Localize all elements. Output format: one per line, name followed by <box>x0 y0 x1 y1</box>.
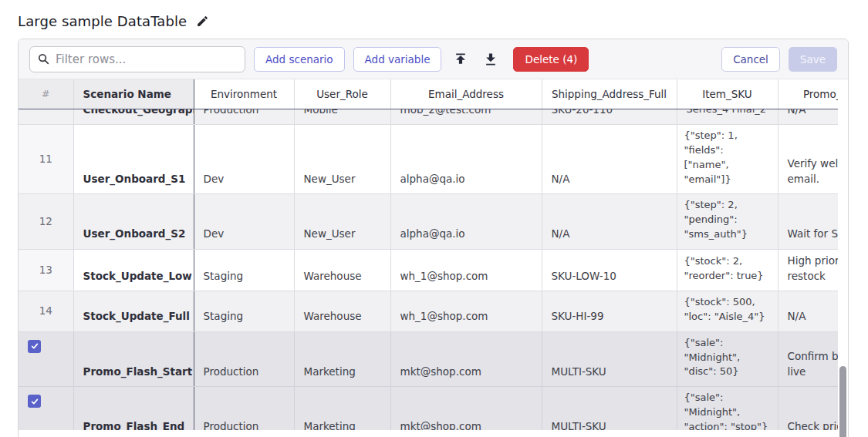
cell-email[interactable]: mkt@shop.com <box>390 331 542 387</box>
cancel-button[interactable]: Cancel <box>721 47 780 72</box>
cell-email[interactable]: wh_1@shop.com <box>390 249 542 291</box>
column-header-item-sku: Item_SKU <box>677 79 778 109</box>
add-scenario-button[interactable]: Add scenario <box>254 47 345 72</box>
table-row-selected: Promo_Flash_Start Production Marketing m… <box>19 331 839 387</box>
cell-environment[interactable]: Dev <box>194 125 294 194</box>
cell-environment[interactable]: Staging <box>194 249 294 291</box>
cell-index[interactable]: 13 <box>19 249 73 291</box>
cell-user-role[interactable]: Marketing <box>294 387 390 430</box>
cell-item-sku[interactable]: {"step": 1, "fields": ["name", "email"]} <box>677 125 778 194</box>
cell-email[interactable]: mob_2@test.com <box>390 109 542 125</box>
scenario-table: # Scenario Name Environment User_Role Em… <box>19 79 839 430</box>
table-row-clipped: Checkout_Geography Production Mobile mob… <box>19 109 839 125</box>
cell-user-role[interactable]: Mobile <box>294 109 390 125</box>
cell-shipping[interactable]: SKU-20-110 <box>542 109 677 125</box>
table-row: 14 Stock_Update_Full Staging Warehouse w… <box>19 291 839 332</box>
cell-user-role[interactable]: Marketing <box>294 331 390 387</box>
add-variable-button[interactable]: Add variable <box>353 47 442 72</box>
cell-user-role[interactable]: New_User <box>294 125 390 194</box>
cell-scenario-name[interactable]: User_Onboard_S2 <box>73 194 194 250</box>
row-checkbox-checked[interactable] <box>28 340 41 353</box>
page-title: Large sample DataTable <box>18 13 187 29</box>
cell-email[interactable]: wh_1@shop.com <box>390 291 542 332</box>
cell-shipping[interactable]: N/A <box>542 194 677 250</box>
cell-item-sku[interactable]: {"stock": 2, "reorder": true} <box>677 249 778 291</box>
cell-user-role[interactable]: Warehouse <box>294 249 390 291</box>
upload-icon <box>453 52 468 67</box>
cell-item-sku[interactable]: {"stock": 500, "loc": "Aisle_4"} <box>677 291 778 332</box>
cell-promo[interactable]: Confirm banner live <box>778 331 839 387</box>
table-row: 11 User_Onboard_S1 Dev New_User alpha@qa… <box>19 125 839 194</box>
cell-shipping[interactable]: MULTI-SKU <box>542 387 677 430</box>
cell-promo[interactable]: Check price revert <box>778 387 839 430</box>
table-row: 13 Stock_Update_Low Staging Warehouse wh… <box>19 249 839 291</box>
cell-shipping[interactable]: SKU-HI-99 <box>542 291 677 332</box>
table-viewport: # Scenario Name Environment User_Role Em… <box>19 79 839 430</box>
cell-email[interactable]: alpha@qa.io <box>390 125 542 194</box>
filter-rows-input[interactable] <box>29 46 245 72</box>
toolbar: Add scenario Add variable Delete (4) Can… <box>19 39 848 79</box>
cell-select[interactable] <box>19 331 73 387</box>
cell-item-sku[interactable]: {"sale": "Midnight", "disc": 50} <box>677 331 778 387</box>
cell-user-role[interactable]: Warehouse <box>294 291 390 332</box>
cell-promo[interactable]: Wait for SMS code <box>778 194 839 250</box>
cell-scenario-name[interactable]: User_Onboard_S1 <box>73 125 194 194</box>
cell-promo[interactable]: High priority restock <box>778 249 839 291</box>
delete-selected-button[interactable]: Delete (4) <box>513 47 589 72</box>
cell-scenario-name[interactable]: Stock_Update_Low <box>73 249 194 291</box>
cell-select[interactable] <box>19 387 73 430</box>
cell-shipping[interactable]: MULTI-SKU <box>542 331 677 387</box>
column-header-scenario-name: Scenario Name <box>73 79 194 109</box>
cell-shipping[interactable]: N/A <box>542 125 677 194</box>
cell-scenario-name[interactable]: Promo_Flash_End <box>73 387 194 430</box>
cell-shipping[interactable]: SKU-LOW-10 <box>542 249 677 291</box>
cell-index[interactable] <box>19 109 73 125</box>
cell-scenario-name[interactable]: Stock_Update_Full <box>73 291 194 332</box>
cell-scenario-name[interactable]: Checkout_Geography <box>73 109 194 125</box>
filter-field-wrap <box>29 46 245 72</box>
column-header-user-role: User_Role <box>294 79 390 109</box>
cell-environment[interactable]: Production <box>194 387 294 430</box>
cell-email[interactable]: alpha@qa.io <box>390 194 542 250</box>
column-header-email: Email_Address <box>390 79 542 109</box>
table-row: 12 User_Onboard_S2 Dev New_User alpha@qa… <box>19 194 839 250</box>
cell-environment[interactable]: Production <box>194 331 294 387</box>
cell-item-sku[interactable]: {"step": 2, "pending": "sms_auth"} <box>677 194 778 250</box>
cell-environment[interactable]: Dev <box>194 194 294 250</box>
cell-user-role[interactable]: New_User <box>294 194 390 250</box>
cell-environment[interactable]: Staging <box>194 291 294 332</box>
cell-email[interactable]: mkt@shop.com <box>390 387 542 430</box>
vertical-scrollbar[interactable] <box>838 79 848 437</box>
cell-index[interactable]: 12 <box>19 194 73 250</box>
cell-promo[interactable]: N/A <box>778 109 839 125</box>
cell-index[interactable]: 14 <box>19 291 73 332</box>
title-bar: Large sample DataTable <box>0 0 868 39</box>
column-header-index: # <box>19 79 73 109</box>
download-icon <box>483 52 498 67</box>
edit-title-icon[interactable] <box>196 15 209 28</box>
search-icon <box>38 53 49 65</box>
cell-scenario-name[interactable]: Promo_Flash_Start <box>73 331 194 387</box>
scrollbar-thumb[interactable] <box>839 366 846 437</box>
row-checkbox-checked[interactable] <box>28 395 41 408</box>
datatable-panel: Add scenario Add variable Delete (4) Can… <box>18 39 849 437</box>
cell-item-sku[interactable]: {"sale": "Midnight", "action": "stop"} <box>677 387 778 430</box>
column-header-environment: Environment <box>194 79 294 109</box>
save-button-disabled[interactable]: Save <box>789 47 837 72</box>
download-button[interactable] <box>480 50 502 69</box>
cell-environment[interactable]: Production <box>194 109 294 125</box>
column-header-shipping: Shipping_Address_Full <box>542 79 677 109</box>
header-row: # Scenario Name Environment User_Role Em… <box>19 79 839 109</box>
cell-promo[interactable]: Verify welcome email. <box>778 125 839 194</box>
table-row-selected: Promo_Flash_End Production Marketing mkt… <box>19 387 839 430</box>
cell-promo[interactable]: N/A <box>778 291 839 332</box>
upload-button[interactable] <box>450 50 471 69</box>
cell-item-sku[interactable]: Series_4 Final_2 <box>677 109 778 125</box>
cell-index[interactable]: 11 <box>19 125 73 194</box>
column-header-promo-code: Promo_Code <box>778 79 839 109</box>
